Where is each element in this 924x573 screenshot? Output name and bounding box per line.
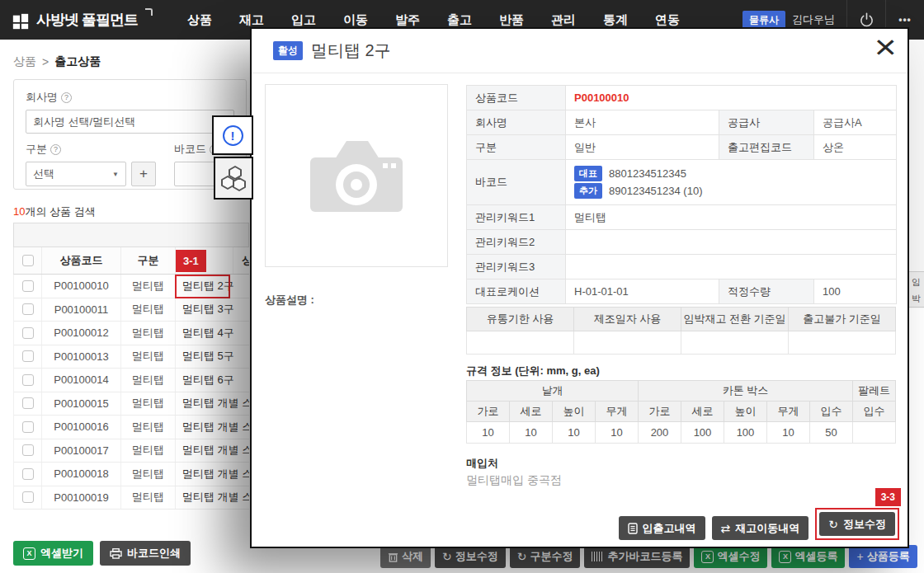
table-row[interactable]: P00100014 멀티탭 멀티탭 6구 [14, 369, 249, 392]
header-product-code: 상품코드 [42, 247, 121, 274]
nav-menu-item[interactable]: 관리 [551, 12, 576, 28]
notice-popup-button[interactable]: ! [212, 115, 253, 155]
nav-menu-item[interactable]: 입고 [291, 12, 316, 28]
company-input[interactable] [26, 110, 234, 134]
refresh-icon: ↻ [828, 519, 838, 530]
stock-move-history-button[interactable]: ⇄ 재고이동내역 [712, 516, 809, 540]
expiry-header-cell: 임박재고 전환 기준일 [681, 308, 789, 331]
page-right-sliver: 임박 전환 [909, 40, 924, 573]
transfer-arrows-icon: ⇄ [721, 523, 731, 534]
row-checkbox[interactable] [22, 491, 34, 503]
delete-label: 삭제 [402, 549, 423, 564]
excel-edit-button[interactable]: X 엑셀수정 [694, 545, 767, 568]
breadcrumb-parent[interactable]: 상품 [13, 54, 36, 69]
modal-info-edit-button[interactable]: ↻ 정보수정 [819, 512, 895, 536]
cell-product-name: 멀티탭 2구 [176, 275, 249, 298]
modal-info-edit-label: 정보수정 [843, 517, 886, 532]
search-result-summary: 10개의 상품 검색 [13, 204, 96, 219]
row-checkbox[interactable] [22, 350, 34, 362]
type-edit-label: 구분수정 [530, 549, 573, 564]
more-icon: ••• [898, 14, 912, 26]
bottom-left-actions: X 엑셀받기 바코드인쇄 [13, 541, 191, 566]
close-icon[interactable]: × [874, 31, 897, 64]
spec-subheader-cell: 세로 [510, 402, 553, 422]
username[interactable]: 김다우님 [792, 12, 835, 27]
cell-product-name: 멀티탭 개별 스위치 [176, 463, 249, 486]
spec-subheader-cell: 가로 [467, 402, 510, 422]
nav-menu-item[interactable]: 출고 [447, 12, 472, 28]
help-icon[interactable]: ? [50, 144, 61, 155]
row-checkbox[interactable] [22, 421, 34, 433]
cell-product-code: P00100017 [42, 439, 121, 463]
table-row[interactable]: P00100013 멀티탭 멀티탭 5구 [14, 345, 249, 369]
row-checkbox[interactable] [22, 444, 34, 456]
row-checkbox[interactable] [22, 374, 34, 386]
type-edit-button[interactable]: ↻ 구분수정 [510, 545, 581, 568]
spec-subheader-cell: 입수 [853, 402, 896, 422]
type-select[interactable]: 선택 ▼ [26, 162, 126, 186]
cell-product-name: 멀티탭 개별 스위치 [176, 416, 249, 439]
row-checkbox[interactable] [22, 303, 34, 315]
cell-product-code: P00100013 [42, 345, 121, 369]
table-row[interactable]: P00100016 멀티탭 멀티탭 개별 스위치 [14, 416, 249, 439]
nav-menu-item[interactable]: 발주 [395, 12, 420, 28]
clipped-table-body [909, 308, 924, 573]
clipped-column-header: 임박 전환 [909, 271, 924, 308]
spec-subheader-row: 가로세로높이무게가로세로높이무게입수입수 [467, 402, 896, 422]
stock-widget-button[interactable] [214, 157, 253, 200]
cell-type: 멀티탭 [121, 486, 176, 510]
barcode-print-button[interactable]: 바코드인쇄 [100, 541, 191, 566]
select-all-checkbox[interactable] [22, 255, 34, 266]
row-checkbox[interactable] [22, 397, 34, 409]
detail-label-company: 회사명 [467, 110, 566, 135]
logo[interactable]: 사방넷 풀필먼트 [12, 10, 153, 31]
clipped-text-line1: 임박 [912, 277, 921, 303]
add-type-button[interactable]: + [131, 162, 156, 186]
info-edit-button[interactable]: ↻ 정보수정 [435, 545, 506, 568]
table-row[interactable]: P00100015 멀티탭 멀티탭 개별 스위치 [14, 392, 249, 416]
expiry-header-row: 유통기한 사용제조일자 사용임박재고 전환 기준일출고불가 기준일 [467, 308, 896, 331]
inout-history-button[interactable]: 입출고내역 [619, 516, 705, 540]
excel-download-button[interactable]: X 엑셀받기 [13, 541, 93, 566]
info-edit-label: 정보수정 [455, 549, 498, 564]
table-row[interactable]: P00100011 멀티탭 멀티탭 3구 [14, 298, 249, 322]
table-row[interactable]: P00100012 멀티탭 멀티탭 4구 [14, 322, 249, 345]
type-select-value: 선택 [33, 167, 54, 181]
spec-value-cell: 200 [639, 422, 681, 444]
detail-value-supplier: 공급사A [814, 110, 897, 135]
cell-product-code: P00100018 [42, 463, 121, 486]
nav-menu-item[interactable]: 재고 [239, 12, 264, 28]
row-checkbox[interactable] [22, 468, 34, 480]
detail-value-code: P00100010 [574, 92, 629, 104]
inout-history-label: 입출고내역 [643, 521, 696, 536]
delete-button[interactable]: 삭제 [380, 545, 431, 568]
annotation-outline-3-3: ↻ 정보수정 [815, 508, 899, 540]
excel-edit-label: 엑셀수정 [717, 549, 760, 564]
expiry-header-cell: 제조일자 사용 [574, 308, 681, 331]
table-row[interactable]: P00100018 멀티탭 멀티탭 개별 스위치 [14, 463, 249, 486]
row-checkbox[interactable] [22, 327, 34, 339]
product-register-button[interactable]: + 상품등록 [849, 545, 917, 568]
table-row[interactable]: P00100010 멀티탭 멀티탭 2구 [14, 275, 249, 298]
nav-menu-item[interactable]: 이동 [343, 12, 368, 28]
row-checkbox[interactable] [22, 280, 34, 292]
spec-value-cell: 100 [681, 422, 724, 444]
barcode-extra-row: 추가 890123451234 (10) [574, 183, 888, 199]
nav-menu-item[interactable]: 통계 [603, 12, 628, 28]
nav-menu-item[interactable]: 반품 [499, 12, 524, 28]
nav-menu-item[interactable]: 상품 [187, 12, 212, 28]
table-toolbar [13, 223, 249, 247]
type-field-label: 구분 ? [26, 142, 156, 157]
expiry-settings-table: 유통기한 사용제조일자 사용임박재고 전환 기준일출고불가 기준일 [466, 307, 896, 355]
nav-menu-item[interactable]: 연동 [655, 12, 680, 28]
add-barcode-button[interactable]: 추가바코드등록 [584, 545, 690, 568]
detail-label-ship-code: 출고편집코드 [719, 135, 814, 160]
cell-type: 멀티탭 [121, 345, 176, 369]
cell-product-code: P00100015 [42, 392, 121, 416]
excel-register-button[interactable]: X 엑셀등록 [771, 545, 845, 568]
spec-value-cell: 10 [510, 422, 553, 444]
modal-title: 멀티탭 2구 [311, 40, 391, 62]
table-row[interactable]: P00100017 멀티탭 멀티탭 개별 스위치 [14, 439, 249, 463]
table-row[interactable]: P00100019 멀티탭 멀티탭 개별 스위치 [14, 486, 249, 510]
help-icon[interactable]: ? [61, 92, 72, 103]
